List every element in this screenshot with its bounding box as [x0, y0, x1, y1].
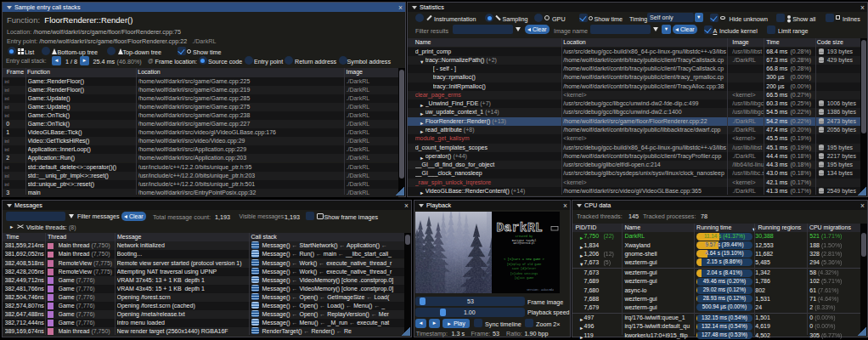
svg-text:[q]uit game: [q]uit game: [515, 276, 533, 280]
svg-text:< [S]tart a new game >: < [S]tart a new game >: [504, 258, 544, 261]
svg-text:wolf@nereid.pl: wolf@nereid.pl: [513, 241, 534, 245]
svg-text:[R]eplay of old game: [R]eplay of old game: [507, 263, 542, 266]
svg-text:DarkRL: DarkRL: [497, 221, 544, 235]
svg-text:[v]ideo settings: [v]ideo settings: [510, 272, 538, 275]
svg-text:save [d]elete?: save [d]elete?: [512, 267, 537, 270]
svg-text:created by: created by: [516, 235, 533, 238]
svg-text:Bartosz Taudul: Bartosz Taudul: [512, 239, 537, 242]
svg-text:version: a1b2c3d4: version: a1b2c3d4: [527, 288, 554, 292]
